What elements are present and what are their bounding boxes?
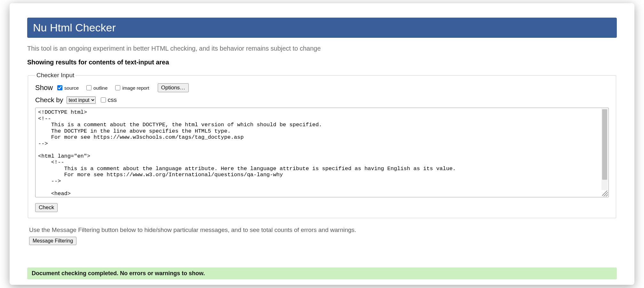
checker-input-fieldset: Checker Input Show source outline image … xyxy=(28,72,616,218)
show-options-row: Show source outline image report Options… xyxy=(35,83,609,92)
textarea-resize-handle[interactable] xyxy=(602,191,608,196)
page-subtitle: This tool is an ongoing experiment in be… xyxy=(27,45,617,52)
image-report-checkbox-label[interactable]: image report xyxy=(114,84,149,91)
page-title-banner: Nu Html Checker xyxy=(27,18,617,38)
source-checkbox-label[interactable]: source xyxy=(56,84,79,91)
source-textarea[interactable] xyxy=(36,108,608,197)
results-heading: Showing results for contents of text-inp… xyxy=(27,59,617,66)
show-label: Show xyxy=(35,84,53,92)
message-filtering-button[interactable]: Message Filtering xyxy=(29,237,76,245)
options-button[interactable]: Options… xyxy=(158,83,189,92)
check-button[interactable]: Check xyxy=(35,203,58,212)
message-filtering-description: Use the Message Filtering button below t… xyxy=(29,226,617,234)
image-report-checkbox-text: image report xyxy=(122,85,149,91)
source-checkbox-text: source xyxy=(64,85,79,91)
check-by-label: Check by xyxy=(35,96,63,104)
css-checkbox-label[interactable]: css xyxy=(99,96,117,103)
result-success-banner: Document checking completed. No errors o… xyxy=(27,267,617,279)
outline-checkbox-text: outline xyxy=(93,85,107,91)
textarea-scrollbar-thumb[interactable] xyxy=(602,109,607,180)
textarea-scrollbar[interactable] xyxy=(601,109,608,190)
source-textarea-container xyxy=(35,108,609,197)
checker-input-legend: Checker Input xyxy=(35,72,76,79)
page-title: Nu Html Checker xyxy=(33,21,116,34)
css-checkbox-text: css xyxy=(108,96,117,103)
image-report-checkbox[interactable] xyxy=(115,85,120,90)
check-by-select[interactable]: text input xyxy=(67,96,96,104)
validator-window: Nu Html Checker This tool is an ongoing … xyxy=(10,3,634,285)
check-by-row: Check by text input css xyxy=(35,96,609,104)
source-checkbox[interactable] xyxy=(57,85,62,90)
outline-checkbox[interactable] xyxy=(86,85,91,90)
css-checkbox[interactable] xyxy=(101,97,106,103)
outline-checkbox-label[interactable]: outline xyxy=(85,84,107,91)
